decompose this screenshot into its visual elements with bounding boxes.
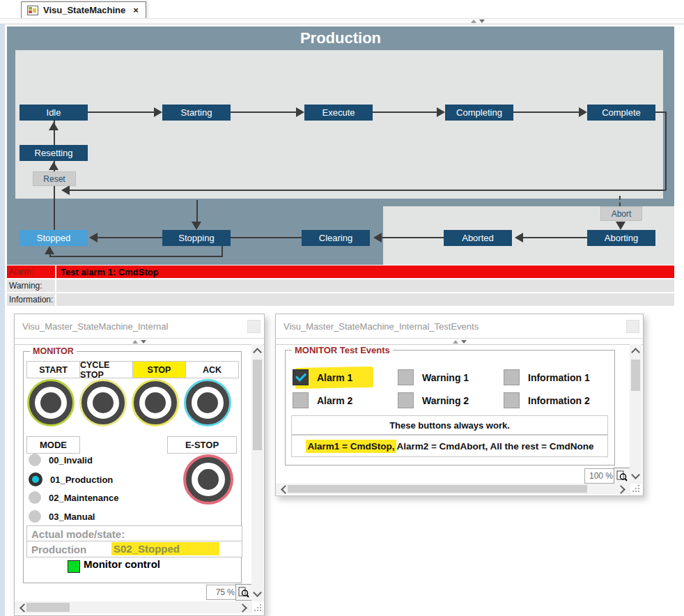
- state-stopping[interactable]: Stopping: [162, 230, 231, 246]
- zoom-level-field[interactable]: 100 %: [584, 468, 616, 484]
- horizontal-scrollbar[interactable]: [15, 601, 252, 613]
- window-splitter[interactable]: [15, 338, 264, 345]
- checkbox-label: Warning 2: [422, 395, 469, 406]
- state-clearing[interactable]: Clearing: [302, 230, 370, 246]
- checkbox-icon[interactable]: [504, 392, 520, 408]
- checkbox-label: Information 2: [528, 395, 590, 406]
- tab-visu-statemachine[interactable]: Visu_StateMachine ×: [21, 1, 146, 19]
- zoom-preview-button[interactable]: [235, 584, 252, 601]
- warning-label: Warning:: [7, 279, 56, 292]
- mode-option-maintenance[interactable]: 02_Maintenance: [29, 491, 118, 504]
- arrow-right-icon: [437, 107, 445, 117]
- monitor-control-indicator[interactable]: [68, 560, 80, 573]
- radio-selected-icon[interactable]: [29, 472, 42, 486]
- zoom-preview-button[interactable]: [614, 468, 630, 484]
- state-aborted[interactable]: Aborted: [444, 230, 512, 246]
- flow-line: [88, 111, 154, 113]
- ack-label: ACK: [185, 361, 239, 378]
- actual-state-value: S02_Stopped: [111, 542, 219, 555]
- resize-grip[interactable]: [251, 601, 263, 613]
- arrow-up-icon: [49, 122, 59, 130]
- window-splitter[interactable]: [276, 338, 643, 345]
- note-primary: These buttons always work.: [291, 415, 608, 435]
- monitor-control-label: Monitor control: [84, 558, 160, 570]
- arrow-down-icon: [192, 222, 201, 230]
- splitter-collapse-handle[interactable]: [132, 340, 146, 344]
- window-button[interactable]: [626, 320, 639, 333]
- collapse-up-icon: [132, 340, 138, 344]
- horizontal-scrollbar[interactable]: [276, 484, 630, 494]
- scroll-down-icon[interactable]: [253, 588, 262, 597]
- checkbox-information-2[interactable]: Information 2: [504, 392, 590, 408]
- alarm-message: Test alarm 1: CmdStop: [56, 267, 159, 277]
- resize-grip[interactable]: [630, 484, 642, 494]
- checkbox-icon[interactable]: [398, 392, 414, 408]
- vertical-scrollbar[interactable]: [630, 344, 642, 484]
- scroll-up-icon[interactable]: [631, 348, 640, 357]
- checkbox-warning-2[interactable]: Warning 2: [398, 392, 469, 408]
- scroll-right-icon[interactable]: [238, 603, 247, 613]
- vertical-scrollbar[interactable]: [251, 344, 263, 601]
- mode-option-invalid[interactable]: 00_Invalid: [29, 454, 93, 466]
- scroll-up-icon[interactable]: [253, 348, 262, 357]
- radio-icon[interactable]: [29, 510, 41, 523]
- scroll-down-icon[interactable]: [631, 470, 640, 479]
- reset-button[interactable]: Reset: [33, 171, 76, 186]
- mode-option-label: 00_Invalid: [49, 455, 93, 465]
- flow-line-dashed: [619, 196, 621, 206]
- cycle-stop-button[interactable]: [79, 379, 127, 426]
- checkbox-checked-icon[interactable]: [293, 369, 309, 385]
- command-button-row: [27, 379, 231, 426]
- actual-mode-state-row: Production S02_Stopped: [26, 541, 242, 557]
- visualization-editor: Visu_StateMachine × Production: [0, 0, 684, 616]
- horizontal-splitter[interactable]: [0, 18, 684, 24]
- checkbox-icon[interactable]: [293, 392, 309, 408]
- start-label: START: [26, 361, 80, 378]
- state-starting[interactable]: Starting: [162, 105, 231, 121]
- checkbox-icon[interactable]: [398, 369, 414, 385]
- state-resetting[interactable]: Resetting: [20, 145, 88, 161]
- checkbox-label: Warning 1: [422, 372, 469, 383]
- information-row: Information:: [7, 293, 674, 306]
- window-button[interactable]: [247, 320, 261, 333]
- state-aborting[interactable]: Aborting: [587, 230, 655, 246]
- state-execute[interactable]: Execute: [304, 105, 373, 121]
- mode-option-production[interactable]: 01_Production: [29, 472, 113, 486]
- state-completing[interactable]: Completing: [445, 105, 513, 121]
- checkbox-alarm-1[interactable]: Alarm 1: [293, 369, 352, 385]
- checkbox-warning-1[interactable]: Warning 1: [398, 369, 469, 385]
- warning-row: Warning:: [7, 279, 674, 292]
- start-button[interactable]: [27, 379, 75, 426]
- flow-line: [231, 111, 296, 113]
- tab-bar: Visu_StateMachine ×: [0, 0, 684, 19]
- estop-button[interactable]: [183, 454, 233, 505]
- window-title[interactable]: Visu_Master_StateMachine_Internal_TestEv…: [276, 314, 643, 338]
- scrollbar-thumb[interactable]: [253, 360, 262, 450]
- checkbox-icon[interactable]: [504, 369, 520, 385]
- close-icon[interactable]: ×: [133, 5, 139, 15]
- checkbox-alarm-2[interactable]: Alarm 2: [293, 392, 352, 408]
- radio-icon[interactable]: [29, 454, 41, 466]
- button-core: [192, 463, 225, 496]
- panel-title: Production: [7, 29, 674, 47]
- radio-icon[interactable]: [29, 491, 41, 504]
- ack-button[interactable]: [184, 379, 231, 426]
- splitter-collapse-handle[interactable]: [453, 340, 467, 344]
- stop-button[interactable]: [132, 379, 179, 426]
- window-statemachine-internal: Visu_Master_StateMachine_Internal MONITO…: [14, 314, 265, 616]
- scrollbar-thumb[interactable]: [26, 603, 70, 612]
- collapse-down-icon: [461, 340, 467, 344]
- scrollbar-thumb[interactable]: [288, 485, 587, 493]
- zoom-level-field[interactable]: 75 %: [206, 585, 238, 600]
- scrollbar-thumb[interactable]: [631, 360, 640, 391]
- scroll-right-icon[interactable]: [616, 485, 625, 494]
- state-idle[interactable]: Idle: [20, 105, 88, 121]
- state-stopped[interactable]: Stopped: [20, 230, 88, 246]
- checkbox-information-1[interactable]: Information 1: [504, 369, 590, 385]
- state-complete[interactable]: Complete: [587, 105, 655, 121]
- mode-option-manual[interactable]: 03_Manual: [29, 510, 95, 523]
- flow-line: [523, 237, 587, 238]
- splitter-collapse-handle[interactable]: [471, 20, 485, 23]
- window-title[interactable]: Visu_Master_StateMachine_Internal: [15, 314, 264, 338]
- abort-button[interactable]: Abort: [600, 206, 642, 221]
